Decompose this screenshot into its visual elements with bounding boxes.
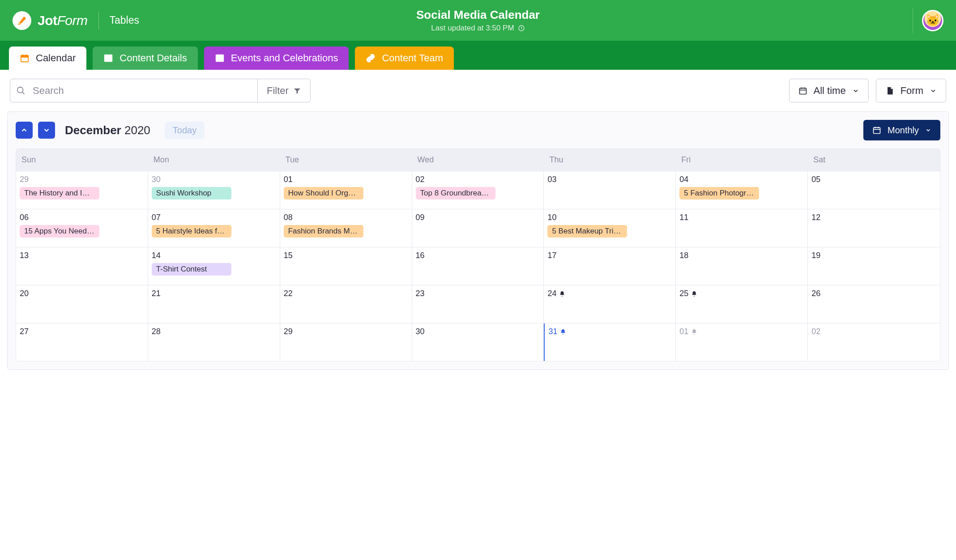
calendar-event[interactable]: 15 Apps You Need… (20, 225, 99, 238)
svg-rect-5 (105, 55, 112, 62)
calendar-event[interactable]: Fashion Brands M… (284, 225, 363, 238)
calendar-day[interactable]: 29The History and I… (16, 171, 148, 209)
calendar-grid: SunMonTueWedThuFriSat 29The History and … (16, 148, 940, 361)
calendar-day[interactable]: 23 (412, 285, 544, 323)
day-number: 09 (416, 213, 540, 222)
calendar-day[interactable]: 26 (808, 285, 940, 323)
avatar[interactable] (922, 10, 943, 31)
calendar-day[interactable]: 25 (676, 285, 808, 323)
document-icon (885, 86, 894, 95)
calendar-day[interactable]: 11 (676, 209, 808, 247)
calendar-day[interactable]: 14T-Shirt Contest (148, 247, 280, 285)
dow-label: Sat (808, 149, 940, 171)
tab-calendar[interactable]: Calendar (9, 47, 86, 70)
dow-label: Mon (148, 149, 280, 171)
calendar-day[interactable]: 18 (676, 247, 808, 285)
filter-button[interactable]: Filter (258, 79, 311, 102)
calendar-day[interactable]: 02 (808, 323, 940, 361)
day-number: 19 (811, 251, 936, 260)
calendar-event[interactable]: The History and I… (20, 187, 99, 199)
next-month-button[interactable] (38, 122, 55, 139)
calendar-day[interactable]: 16 (412, 247, 544, 285)
calendar-day[interactable]: 17 (544, 247, 676, 285)
calendar-icon (872, 126, 881, 135)
calendar-day[interactable]: 01 (676, 323, 808, 361)
calendar-event[interactable]: Top 8 Groundbrea… (416, 187, 495, 199)
day-number: 12 (811, 213, 936, 222)
section-label[interactable]: Tables (110, 14, 139, 26)
calendar-week: 0615 Apps You Need…075 Hairstyle Ideas f… (16, 209, 940, 247)
calendar-event[interactable]: 5 Fashion Photogr… (679, 187, 759, 199)
dow-label: Tue (280, 149, 412, 171)
calendar-day[interactable]: 08Fashion Brands M… (280, 209, 412, 247)
calendar-day[interactable]: 12 (808, 209, 940, 247)
calendar-day[interactable]: 27 (16, 323, 148, 361)
calendar-day[interactable]: 30 (412, 323, 544, 361)
day-number: 22 (284, 289, 408, 298)
calendar-event[interactable]: 5 Hairstyle Ideas f… (152, 225, 231, 238)
calendar-day[interactable]: 03 (544, 171, 676, 209)
table-icon (103, 53, 113, 63)
calendar-day[interactable]: 09 (412, 209, 544, 247)
tab-label: Content Team (382, 52, 443, 64)
day-number: 27 (20, 327, 144, 336)
calendar-day[interactable]: 28 (148, 323, 280, 361)
day-number: 30 (416, 327, 540, 336)
calendar-day[interactable]: 05 (808, 171, 940, 209)
calendar-day[interactable]: 045 Fashion Photogr… (676, 171, 808, 209)
view-mode-button[interactable]: Monthly (863, 120, 940, 140)
chevron-down-icon (930, 87, 937, 94)
clock-icon (518, 25, 525, 32)
prev-month-button[interactable] (16, 122, 33, 139)
calendar-event[interactable]: 5 Best Makeup Tri… (547, 225, 627, 238)
calendar-day[interactable]: 075 Hairstyle Ideas f… (148, 209, 280, 247)
header-title-block: Social Media Calendar Last updated at 3:… (416, 8, 540, 33)
dow-label: Wed (412, 149, 544, 171)
svg-rect-10 (216, 55, 223, 62)
calendar-event[interactable]: Sushi Workshop (152, 187, 231, 199)
last-updated: Last updated at 3:50 PM (416, 24, 540, 33)
month-label: December 2020 (65, 123, 150, 137)
link-icon (366, 53, 376, 63)
calendar-panel: December 2020 Today Monthly SunMonTueWed… (7, 111, 949, 370)
dow-label: Fri (676, 149, 808, 171)
calendar-day[interactable]: 15 (280, 247, 412, 285)
calendar-event[interactable]: How Should I Org… (284, 187, 363, 199)
day-number: 20 (20, 289, 144, 298)
tab-content-team[interactable]: Content Team (355, 47, 454, 70)
bell-icon (691, 329, 697, 335)
calendar-day[interactable]: 30Sushi Workshop (148, 171, 280, 209)
divider (98, 12, 99, 30)
calendar-day[interactable]: 29 (280, 323, 412, 361)
logo-text: JotForm (38, 13, 88, 28)
date-range-button[interactable]: All time (789, 79, 869, 102)
day-number: 30 (152, 175, 276, 184)
calendar-day[interactable]: 13 (16, 247, 148, 285)
calendar-week: 1314T-Shirt Contest1516171819 (16, 247, 940, 285)
calendar-day[interactable]: 31 (544, 323, 676, 361)
calendar-week: 27282930310102 (16, 323, 940, 361)
tab-content-details[interactable]: Content Details (93, 47, 197, 70)
calendar-day[interactable]: 02Top 8 Groundbrea… (412, 171, 544, 209)
app-header: JotForm Tables Social Media Calendar Las… (0, 0, 956, 41)
calendar-day[interactable]: 24 (544, 285, 676, 323)
calendar-event[interactable]: T-Shirt Contest (152, 263, 231, 276)
calendar-day[interactable]: 01How Should I Org… (280, 171, 412, 209)
calendar-day[interactable]: 22 (280, 285, 412, 323)
logo-block[interactable]: JotForm (13, 11, 88, 30)
calendar-day[interactable]: 20 (16, 285, 148, 323)
svg-rect-2 (21, 55, 29, 58)
tab-events[interactable]: Events and Celebrations (204, 47, 349, 70)
search-icon (16, 86, 26, 96)
today-button[interactable]: Today (165, 122, 205, 139)
search-input[interactable] (10, 79, 258, 102)
calendar-day[interactable]: 0615 Apps You Need… (16, 209, 148, 247)
page-title[interactable]: Social Media Calendar (416, 8, 540, 22)
calendar-day[interactable]: 21 (148, 285, 280, 323)
bell-icon (559, 291, 565, 297)
day-number: 31 (548, 327, 672, 336)
form-button[interactable]: Form (876, 79, 946, 102)
calendar-day[interactable]: 105 Best Makeup Tri… (544, 209, 676, 247)
day-number: 26 (811, 289, 936, 298)
calendar-day[interactable]: 19 (808, 247, 940, 285)
